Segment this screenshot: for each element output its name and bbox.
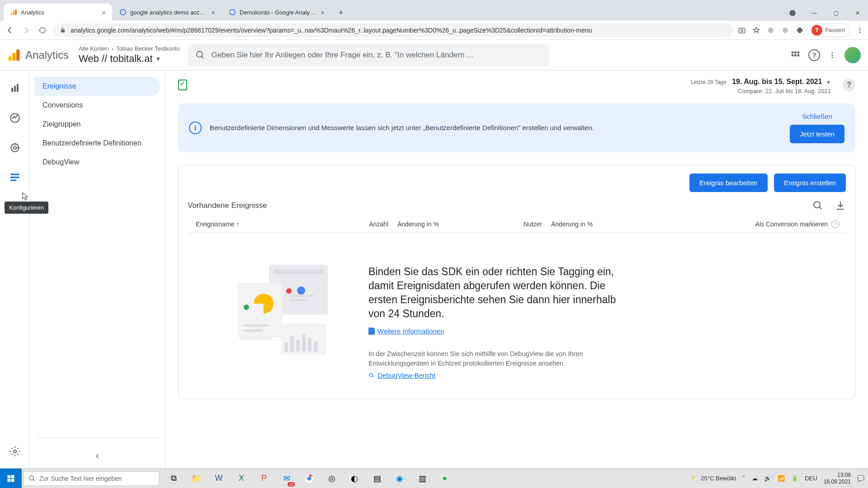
svg-rect-41 [8,479,11,482]
close-window-button[interactable]: ✕ [847,5,868,21]
powerpoint-icon[interactable]: P [253,469,275,488]
nav-reports-icon[interactable] [7,80,23,96]
minimize-button[interactable]: — [804,5,825,21]
report-status-icon[interactable] [178,80,187,90]
browser-tab[interactable]: Demokonto - Google Analytics-I × [222,4,331,21]
col-count[interactable]: Anzahl [334,220,388,228]
notepad-icon[interactable]: ▥ [411,469,433,488]
new-tab-button[interactable]: + [335,6,347,19]
nav-rail: Konfigurieren [0,70,30,468]
edge-icon[interactable]: ◉ [389,469,410,488]
weather-widget[interactable]: ⛅25°C Bewölkt [691,475,736,482]
language-indicator[interactable]: DEU [805,475,817,482]
close-icon[interactable]: × [211,9,215,16]
subnav-debugview[interactable]: DebugView [34,153,160,172]
banner-cta-button[interactable]: Jetzt testen [790,125,844,143]
svg-point-36 [13,450,16,453]
extensions-puzzle-icon[interactable] [796,26,804,34]
col-change-2[interactable]: Änderung in % [542,220,614,228]
taskbar-search[interactable]: Zur Suche Text hier eingeben [24,471,159,486]
svg-rect-16 [16,49,20,61]
close-icon[interactable]: × [102,9,106,16]
kebab-menu-icon[interactable] [828,51,836,59]
obs-icon[interactable]: ◎ [321,469,343,488]
spotify-icon[interactable]: ● [434,469,456,488]
svg-rect-0 [11,13,12,15]
col-change-1[interactable]: Änderung in % [388,220,461,228]
browser-tab-active[interactable]: Analytics × [4,4,112,21]
subnav-conversions[interactable]: Conversions [34,96,160,115]
ga-header-actions: ? [790,47,861,63]
mail-icon[interactable]: ✉22 [276,469,297,488]
back-button[interactable] [5,25,15,36]
address-bar[interactable]: analytics.google.com/analytics/web/#/m/p… [53,23,732,37]
debugview-link[interactable]: DebugView-Bericht [368,371,435,379]
ga-search-input[interactable]: Geben Sie hier Ihr Anliegen oder Ihre Fr… [188,44,550,66]
more-info-link[interactable]: Weitere Informationen [368,327,444,335]
clock[interactable]: 13:09 16.09.2021 [824,472,851,485]
close-icon[interactable]: × [321,9,325,16]
subnav-ereignisse[interactable]: Ereignisse [34,77,160,96]
kebab-menu-icon[interactable] [856,27,863,34]
content-header: Letzte 28 Tage 19. Aug. bis 15. Sept. 20… [178,78,855,94]
col-event-name[interactable]: Ereignisname↑ [189,220,334,228]
col-mark-conversion[interactable]: Als Conversion markieren? [614,220,844,228]
lock-icon [60,27,66,33]
lens-icon[interactable] [738,26,746,34]
tray-chevron-icon[interactable]: ˄ [742,475,745,482]
apps-grid-icon[interactable] [790,50,800,60]
col-users[interactable]: Nutzer [461,220,542,228]
wifi-icon[interactable]: 📶 [778,475,785,482]
app-icon[interactable]: ▤ [366,469,388,488]
ga-brand-text: Analytics [25,49,69,61]
onedrive-icon[interactable]: ☁ [752,475,758,482]
explorer-icon[interactable]: 📁 [185,469,207,488]
svg-point-25 [832,54,833,56]
create-event-button[interactable]: Ereignis erstellen [774,174,846,192]
forward-button[interactable] [21,25,32,36]
system-tray: ⛅25°C Bewölkt ˄ ☁ 🔊 📶 🔋 DEU 13:09 16.09.… [691,472,868,485]
extension-icon[interactable] [767,26,775,34]
svg-rect-28 [14,86,16,92]
incognito-icon[interactable] [782,5,803,21]
property-selector[interactable]: Alle Konten › Tobias Becker Testkonto We… [79,45,180,65]
help-icon[interactable]: ? [808,49,820,61]
reload-button[interactable] [37,25,48,36]
taskview-icon[interactable]: ⧉ [163,469,184,488]
download-icon[interactable] [835,200,846,211]
nav-configure-icon[interactable] [7,170,23,185]
svg-point-13 [859,32,861,33]
ga-logo[interactable]: Analytics [7,48,69,62]
profile-chip[interactable]: T Pausiert [810,23,850,37]
word-icon[interactable]: W [208,469,230,488]
notifications-icon[interactable]: 💬 [857,475,864,482]
battery-icon[interactable]: 🔋 [791,475,798,482]
browser-tab[interactable]: google analytics demo account × [113,4,222,21]
mail-badge: 22 [288,482,295,487]
excel-icon[interactable]: X [231,469,252,488]
search-placeholder: Geben Sie hier Ihr Anliegen oder Ihre Fr… [212,51,475,60]
help-icon[interactable]: ? [831,220,840,228]
nav-admin-icon[interactable] [7,444,23,459]
banner-close-button[interactable]: Schließen [802,113,832,120]
start-button[interactable] [0,469,22,488]
page-help-icon[interactable]: ? [843,79,855,91]
volume-icon[interactable]: 🔊 [764,475,771,482]
nav-advertising-icon[interactable] [7,140,23,155]
subnav-zielgruppen[interactable]: Zielgruppen [34,115,160,134]
star-icon[interactable] [752,26,760,34]
user-avatar[interactable] [844,47,861,63]
document-icon [368,328,375,335]
subnav: Ereignisse Conversions Zielgruppen Benut… [30,70,165,468]
maximize-button[interactable]: ▢ [826,5,846,21]
table-search-icon[interactable] [812,200,823,211]
date-range-picker[interactable]: Letzte 28 Tage 19. Aug. bis 15. Sept. 20… [691,78,831,94]
collapse-nav-button[interactable]: ‹ [96,450,99,462]
app-icon[interactable]: ◐ [344,469,365,488]
extension-icon[interactable] [781,26,789,34]
divider [37,438,158,438]
chrome-icon[interactable] [298,469,320,488]
nav-explore-icon[interactable] [7,110,23,126]
subnav-custom-definitions[interactable]: Benutzerdefinierte Definitionen [34,134,160,153]
edit-event-button[interactable]: Ereignis bearbeiten [689,174,768,192]
